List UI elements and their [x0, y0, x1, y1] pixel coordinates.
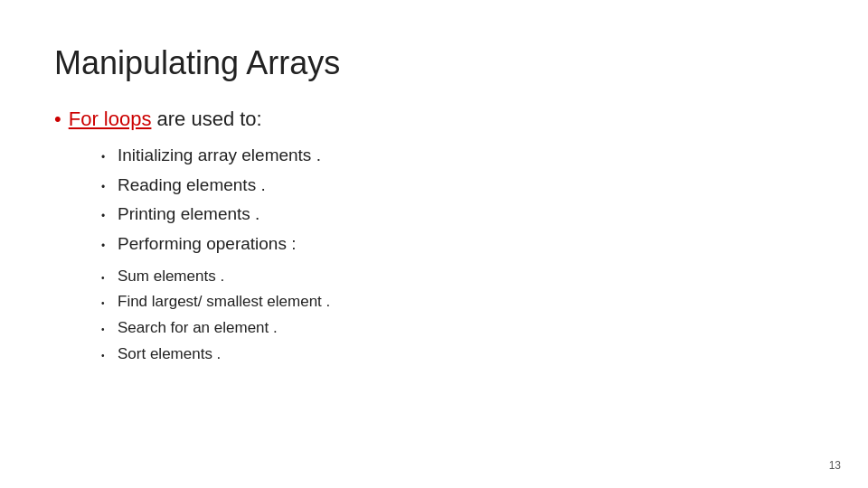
slide-title: Manipulating Arrays — [54, 43, 814, 82]
list-item: • Find largest/ smallest element . — [101, 291, 814, 313]
sub-sub-item-4-text: Sort elements . — [118, 343, 221, 365]
sub-item-1-text: Initializing array elements . — [118, 144, 321, 168]
list-item: • Reading elements . — [101, 174, 814, 198]
sub-bullet-3: • — [101, 209, 110, 224]
sub-sub-bullet-2: • — [101, 297, 110, 310]
list-item: • Sum elements . — [101, 266, 814, 287]
sub-bullet-4: • — [101, 239, 110, 254]
page-number: 13 — [829, 459, 841, 472]
sub-bullet-1: • — [101, 150, 110, 165]
sub-item-4-text: Performing operations : — [118, 232, 297, 257]
main-bullet-text: For loops are used to: — [69, 108, 262, 131]
list-item: • Initializing array elements . — [101, 144, 814, 168]
sub-sub-list: • Sum elements . • Find largest/ smalles… — [101, 266, 814, 365]
sub-bullet-2: • — [101, 180, 110, 195]
sub-list: • Initializing array elements . • Readin… — [101, 144, 814, 256]
list-item: • Printing elements . — [101, 202, 814, 227]
sub-sub-item-2-text: Find largest/ smallest element . — [118, 291, 330, 313]
list-item: • Search for an element . — [101, 317, 814, 339]
list-item: • Performing operations : — [101, 232, 814, 257]
sub-sub-item-1-text: Sum elements . — [118, 266, 224, 287]
main-bullet: • For loops are used to: — [54, 108, 814, 131]
list-item: • Sort elements . — [101, 343, 814, 365]
sub-sub-item-3-text: Search for an element . — [118, 317, 278, 339]
sub-item-3-text: Printing elements . — [118, 202, 259, 227]
sub-item-2-text: Reading elements . — [118, 174, 266, 198]
highlight-text: For loops — [69, 108, 152, 130]
sub-sub-bullet-4: • — [101, 350, 110, 362]
main-bullet-dot: • — [54, 109, 61, 129]
slide: Manipulating Arrays • For loops are used… — [0, 0, 868, 488]
sub-sub-bullet-1: • — [101, 272, 110, 285]
sub-sub-bullet-3: • — [101, 324, 110, 336]
main-bullet-suffix: are used to: — [151, 108, 261, 130]
